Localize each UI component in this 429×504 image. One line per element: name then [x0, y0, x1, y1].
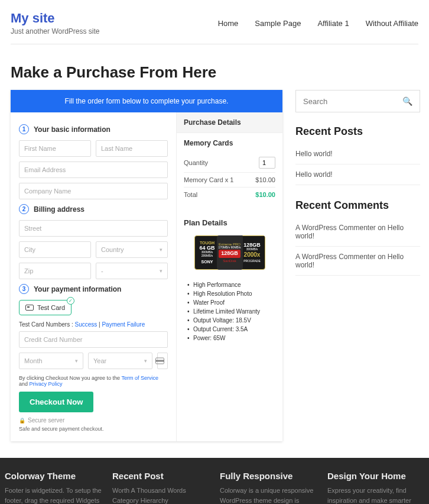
page-title: Make a Purchase From Here: [11, 63, 418, 82]
feature-item: Output Voltage: 18.5V: [187, 316, 272, 325]
step-3-head: 3 Your payment information: [19, 284, 168, 294]
line-item-label: Memory Card x 1: [184, 176, 233, 183]
plan-details-title: Plan Details: [184, 218, 275, 227]
card-icon: [25, 305, 34, 311]
nav-affiliate-1[interactable]: Affiliate 1: [317, 19, 349, 28]
primary-nav: Home Sample Page Affiliate 1 Without Aff…: [218, 19, 418, 28]
chevron-down-icon: ▾: [144, 358, 147, 364]
search-icon[interactable]: 🔍: [402, 96, 412, 106]
feature-item: Power: 65W: [187, 334, 272, 343]
step-1-num: 1: [19, 124, 29, 134]
header-divider: [11, 44, 418, 44]
quantity-label: Quantity: [184, 159, 208, 166]
sd-card-2: Extreme PRO 170MB/s 90MB/s 128GB SanDisk: [217, 235, 243, 270]
year-select[interactable]: Year▾: [88, 353, 152, 369]
safe-text: Safe and secure payment checkout.: [19, 426, 168, 432]
footer-post-link[interactable]: Category Hierarchy: [112, 496, 209, 505]
city-input[interactable]: [19, 241, 91, 258]
street-input[interactable]: [19, 220, 168, 237]
recent-comments-title: Recent Comments: [295, 199, 420, 212]
tos-link[interactable]: Term of Service: [121, 375, 158, 381]
step-1-head: 1 Your basic information: [19, 124, 168, 134]
site-tagline: Just another WordPress site: [11, 27, 100, 35]
nav-without-affiliate[interactable]: Without Affiliate: [366, 19, 418, 28]
search-input[interactable]: [303, 97, 402, 106]
chevron-down-icon: ▾: [160, 247, 162, 253]
recent-posts-title: Recent Posts: [295, 125, 420, 138]
card-back-icon: [155, 358, 164, 364]
tcn-failure-link[interactable]: Payment Failure: [102, 321, 145, 328]
state-select[interactable]: -▾: [96, 263, 168, 279]
footer-post-link[interactable]: Worth A Thousand Words: [112, 486, 209, 496]
feature-item: High Performance: [187, 280, 272, 289]
checkout-card: Fill the order form below to complete yo…: [11, 90, 282, 441]
footer: Colorway Theme Footer is widgetized. To …: [0, 458, 429, 504]
checkout-banner: Fill the order form below to complete yo…: [11, 90, 282, 112]
footer-col-3: Fully Responsive Colorway is a unique re…: [220, 471, 317, 504]
site-title[interactable]: My site: [11, 11, 100, 26]
sidebar: 🔍 Recent Posts Hello world! Hello world!…: [295, 90, 420, 290]
feature-item: High Resolution Photo: [187, 289, 272, 298]
month-select[interactable]: Month▾: [19, 353, 83, 369]
plan-image: TOUGH 64 GB 300MB/s 299MB/s SONY Extreme…: [177, 232, 282, 276]
test-card-numbers: Test Card Numbers : Success | Payment Fa…: [19, 321, 168, 328]
search-box[interactable]: 🔍: [295, 90, 420, 112]
step-2-title: Billing address: [34, 205, 84, 214]
feature-list: High Performance High Resolution Photo W…: [177, 276, 282, 351]
payment-method-test-card[interactable]: Test Card ✓: [19, 300, 72, 315]
cc-number-input[interactable]: [19, 331, 168, 348]
tos-text: By clicking Checkout Now you agree to th…: [19, 375, 168, 387]
feature-item: Water Proof: [187, 298, 272, 307]
main-column: Fill the order form below to complete yo…: [11, 90, 282, 441]
step-1-title: Your basic information: [34, 125, 110, 134]
first-name-input[interactable]: [19, 140, 91, 157]
nav-sample-page[interactable]: Sample Page: [255, 19, 301, 28]
step-2-num: 2: [19, 204, 29, 214]
total-label: Total: [184, 191, 197, 198]
sd-card-1: TOUGH 64 GB 300MB/s 299MB/s SONY: [194, 235, 220, 270]
step-3-num: 3: [19, 284, 29, 294]
sd-card-3: 128GB 300MB/s 2000x PROGRADE: [239, 235, 265, 270]
checkout-button[interactable]: Checkout Now: [19, 392, 93, 412]
chevron-down-icon: ▾: [160, 268, 162, 274]
recent-post-item[interactable]: Hello world!: [295, 144, 420, 164]
email-input[interactable]: [19, 161, 168, 178]
company-input[interactable]: [19, 183, 168, 199]
recent-comment-item[interactable]: A WordPress Commenter on Hello world!: [295, 247, 420, 276]
tcn-success-link[interactable]: Success: [74, 321, 97, 328]
lock-icon: 🔒: [19, 418, 25, 424]
feature-item: Output Current: 3.5A: [187, 325, 272, 334]
purchase-details-header: Purchase Details: [177, 112, 282, 133]
check-icon: ✓: [67, 297, 74, 305]
footer-col-1: Colorway Theme Footer is widgetized. To …: [5, 471, 102, 504]
feature-item: Lifetime Limited Warranty: [187, 307, 272, 316]
last-name-input[interactable]: [96, 140, 168, 157]
site-brand: My site Just another WordPress site: [11, 11, 100, 35]
recent-comment-item[interactable]: A WordPress Commenter on Hello world!: [295, 218, 420, 247]
payment-method-label: Test Card: [37, 304, 65, 311]
product-name: Memory Cards: [184, 139, 275, 147]
step-2-head: 2 Billing address: [19, 204, 168, 214]
nav-home[interactable]: Home: [218, 19, 239, 28]
footer-col-2: Recent Post Worth A Thousand Words Categ…: [112, 471, 209, 504]
quantity-input[interactable]: [259, 157, 275, 169]
recent-post-item[interactable]: Hello world!: [295, 164, 420, 185]
zip-input[interactable]: [19, 263, 91, 279]
secure-server: 🔒Secure server: [19, 417, 168, 424]
privacy-link[interactable]: Privacy Policy: [30, 381, 63, 387]
footer-col-4: Design Your Home Express your creativity…: [327, 471, 424, 504]
line-item-price: $10.00: [255, 176, 275, 183]
country-select[interactable]: Country▾: [96, 241, 168, 258]
chevron-down-icon: ▾: [75, 358, 78, 364]
total-value: $10.00: [255, 191, 275, 198]
step-3-title: Your payment information: [34, 285, 121, 293]
